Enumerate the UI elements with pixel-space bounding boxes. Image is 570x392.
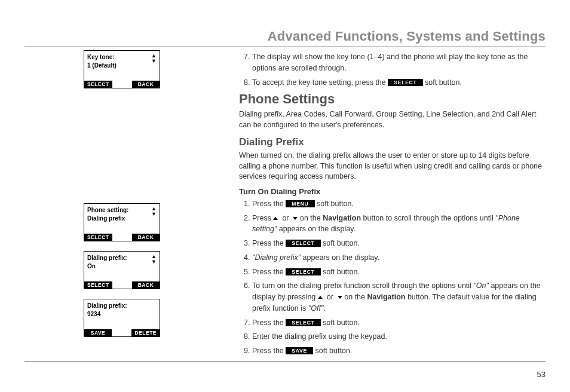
step-text-post: soft button. — [423, 78, 462, 87]
lcd-body: ▲▼Phone setting:Dialing prefix — [84, 204, 160, 234]
lcd-body: Dialing prefix:9234 — [84, 299, 160, 329]
lcd-softkeys: SELECTBACK — [84, 281, 160, 289]
step-text-pre: To accept the key tone setting, press th… — [252, 78, 388, 87]
step-text: Enter the dialing prefix using the keypa… — [252, 332, 387, 341]
step-text: appears on the display. — [277, 225, 356, 233]
step-text: soft button. — [321, 318, 360, 327]
softkey-left: SAVE — [84, 329, 112, 336]
step-bold: Navigation — [323, 214, 361, 222]
lcd-line1: Phone setting: — [87, 206, 157, 215]
list-item: To turn on the dialing prefix function s… — [252, 280, 546, 314]
softbutton-icon: SAVE — [286, 347, 313, 354]
list-item: Press the SELECT soft button. — [252, 267, 546, 278]
divider-top — [24, 47, 546, 47]
list-item: Press the SELECT soft button. — [252, 317, 546, 329]
lcd-softkeys: SELECTBACK — [84, 81, 160, 88]
lcd-screen: ▲▼Key tone:1 (Default) SELECTBACK — [84, 50, 160, 88]
lcd-line1: Dialing prefix: — [87, 254, 157, 262]
lcd-line-blank — [87, 318, 157, 327]
list-item: Press the MENU soft button. — [252, 198, 546, 210]
lcd-body: ▲▼Dialing prefix:On — [84, 252, 160, 281]
list-item: "Dialing prefix" appears on the display. — [252, 252, 546, 264]
lcd-line2: 9234 — [87, 310, 157, 318]
step-quoted: "Dialing prefix" — [252, 253, 301, 262]
step-text: soft button. — [313, 347, 352, 355]
lcd-line2: Dialing prefix — [87, 215, 157, 223]
step-text: Press the — [252, 318, 286, 327]
softkey-right: BACK — [132, 281, 160, 289]
softbutton-icon: SELECT — [286, 319, 320, 326]
lcd-line-blank — [87, 223, 157, 231]
right-column: The display will show the key tone (1–4)… — [239, 50, 546, 360]
page: Advanced Functions, Systems and Settings… — [0, 0, 570, 392]
step-text: Press — [252, 214, 273, 222]
softbutton-icon: SELECT — [286, 240, 320, 247]
lcd-line2: On — [87, 262, 157, 271]
lcd-screen: ▲▼Dialing prefix:On SELECTBACK — [84, 251, 160, 289]
lcd-line1: Key tone: — [87, 53, 157, 62]
page-header-title: Advanced Functions, Systems and Settings — [268, 29, 546, 44]
section-intro: Dialing prefix, Area Codes, Call Forward… — [239, 109, 546, 130]
step-text: . — [323, 304, 325, 313]
step-quoted: "On" — [473, 281, 489, 290]
list-item: Press or on the Navigation button to scr… — [252, 213, 546, 235]
select-softbutton-icon: SELECT — [388, 79, 422, 86]
step-text: To turn on the dialing prefix function s… — [252, 281, 473, 290]
step-text: button to scroll through the options unt… — [361, 214, 495, 222]
softkey-right: BACK — [132, 234, 160, 241]
step-text: Press the — [252, 200, 286, 208]
divider-bottom — [24, 362, 546, 362]
subsection-title: Dialing Prefix — [239, 136, 546, 148]
page-number: 53 — [537, 370, 546, 379]
nav-up-icon — [318, 296, 323, 299]
list-item: Press the SAVE soft button. — [252, 345, 546, 357]
lcd-body: ▲▼Key tone:1 (Default) — [84, 51, 160, 81]
subsection-intro: When turned on, the dialing prefix allow… — [239, 151, 546, 182]
list-item: Press the SELECT soft button. — [252, 238, 546, 249]
softbutton-icon: SELECT — [286, 268, 320, 275]
step-text: The display will show the key tone (1–4)… — [252, 53, 528, 72]
updown-icon: ▲▼ — [151, 53, 157, 64]
lcd-screen: ▲▼Phone setting:Dialing prefix SELECTBAC… — [84, 203, 160, 241]
step-text: on the — [342, 293, 367, 301]
softkey-right: BACK — [132, 81, 160, 88]
softkey-left: SELECT — [84, 234, 112, 241]
list-item: The display will show the key tone (1–4)… — [252, 51, 546, 74]
step-quoted: "Off" — [308, 304, 324, 313]
lcd-line-blank — [87, 271, 157, 279]
list-item: Enter the dialing prefix using the keypa… — [252, 331, 546, 342]
updown-icon: ▲▼ — [151, 254, 157, 265]
softkey-right: DELETE — [131, 329, 160, 336]
step-text: on the — [298, 214, 323, 222]
procedure-steps-list: Press the MENU soft button.Press or on t… — [239, 198, 546, 357]
softbutton-icon: MENU — [286, 200, 314, 207]
step-text: Press the — [252, 347, 286, 355]
intro-steps-list: The display will show the key tone (1–4)… — [239, 51, 546, 88]
lcd-softkeys: SAVEDELETE — [84, 329, 160, 336]
lcd-line1: Dialing prefix: — [87, 302, 157, 310]
list-item: To accept the key tone setting, press th… — [252, 77, 546, 88]
step-text: soft button. — [321, 239, 360, 247]
section-title: Phone Settings — [239, 91, 546, 107]
step-text: soft button. — [321, 268, 360, 276]
step-text: Press the — [252, 239, 286, 247]
step-text: soft button. — [315, 200, 354, 208]
step-text: or — [278, 214, 293, 222]
lcd-screen: Dialing prefix:9234 SAVEDELETE — [84, 299, 160, 337]
lcd-line-blank — [87, 70, 157, 78]
procedure-title: Turn On Dialing Prefix — [239, 187, 546, 196]
updown-icon: ▲▼ — [151, 206, 157, 217]
nav-down-icon — [338, 296, 342, 299]
step-text: appears on the display. — [301, 253, 379, 262]
lcd-softkeys: SELECTBACK — [84, 234, 160, 241]
step-bold: Navigation — [367, 293, 406, 301]
lcd-line2: 1 (Default) — [87, 62, 157, 70]
softkey-left: SELECT — [84, 281, 112, 289]
step-text: or — [323, 293, 338, 301]
softkey-left: SELECT — [84, 81, 112, 88]
step-text: Press the — [252, 268, 286, 276]
